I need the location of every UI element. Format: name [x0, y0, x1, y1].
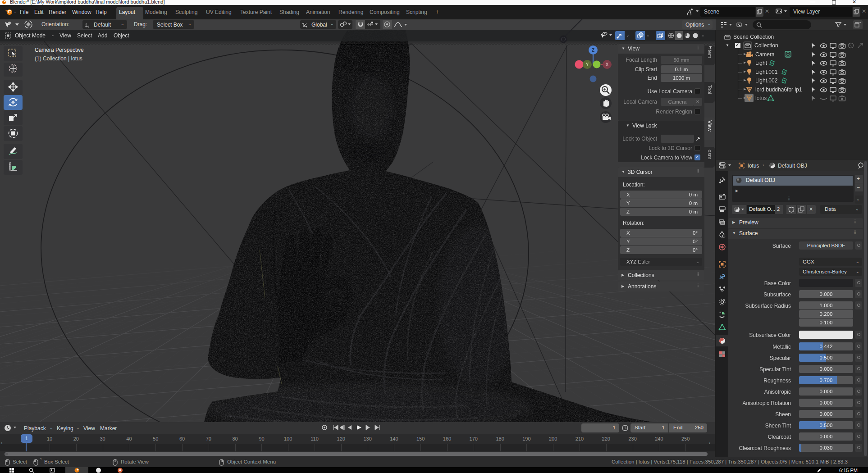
svg-text:Z: Z — [592, 48, 594, 53]
